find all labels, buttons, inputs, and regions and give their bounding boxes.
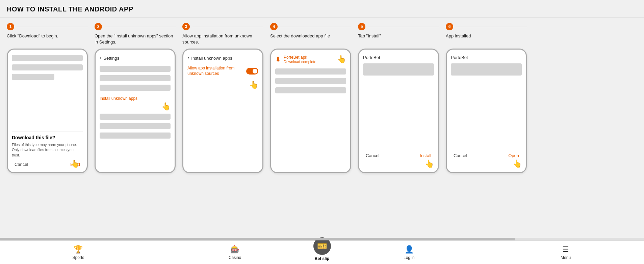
step-6-column: 6 App installed PorteBet Cancel Open 👆 [446, 23, 527, 173]
s4-bar2 [275, 78, 346, 84]
step-2-screen: ‹ Settings Install unknown apps 👆 [100, 55, 171, 168]
bar1 [12, 55, 83, 61]
step-2-phone: ‹ Settings Install unknown apps 👆 [95, 49, 176, 173]
page-header: HOW TO INSTALL THE ANDROID APP [0, 0, 644, 18]
casino-label: Casino [229, 255, 241, 260]
step-6-line [456, 27, 527, 27]
step-4-badge: 4 [270, 23, 278, 30]
step-6-screen: PorteBet Cancel Open 👆 [451, 55, 522, 168]
step-5-phone: PorteBet Cancel Install 👆 [358, 49, 439, 173]
page-title: HOW TO INSTALL THE ANDROID APP [7, 5, 637, 13]
step1-cancel-btn[interactable]: Cancel [15, 162, 28, 167]
scroll-thumb[interactable] [0, 238, 515, 240]
install-unknown-link[interactable]: Install unknown apps [100, 96, 171, 101]
casino-icon: 🎰 [230, 245, 239, 254]
dialog-title: Download this file? [12, 135, 83, 140]
apk-status: Download complete [284, 60, 316, 64]
step-1-badge: 1 [7, 23, 14, 30]
step5-tap-cursor: 👆 [425, 159, 434, 168]
step6-tap-cursor: 👆 [513, 159, 522, 168]
steps-container: 1 Click "Download" to begin. Download th… [7, 23, 637, 177]
download-notification: ⬇ PorteBet.apk Download complete 👆 [275, 55, 346, 64]
nav-item-casino[interactable]: 🎰 Casino [157, 245, 313, 260]
step-2-header: 2 [95, 23, 176, 30]
step-5-header: 5 [358, 23, 439, 30]
sports-label: Sports [73, 255, 84, 260]
step-5-screen: PorteBet Cancel Install 👆 [363, 55, 434, 168]
menu-icon: ☰ [562, 245, 569, 254]
nav-item-menu[interactable]: ☰ Menu [487, 245, 644, 260]
step3-tap-cursor: 👆 [249, 81, 258, 89]
step-4-header: 4 [270, 23, 351, 30]
step-1-column: 1 Click "Download" to begin. Download th… [7, 23, 88, 173]
step-3-badge: 3 [182, 23, 190, 30]
step-1-phone: Download this file? Files of this type m… [7, 49, 88, 173]
nav-item-sports[interactable]: 🏆 Sports [0, 245, 157, 260]
step5-app-name: PorteBet [363, 55, 434, 60]
main-content: 1 Click "Download" to begin. Download th… [0, 18, 644, 238]
step-4-description: Select the downloaded app file [270, 33, 351, 45]
step4-cursor-wrap: 👆 [337, 55, 346, 64]
toggle-label: Allow app installation from unknown sour… [187, 66, 235, 76]
step-4-line [280, 27, 351, 27]
menu-label: Menu [561, 255, 571, 260]
step-1-description: Click "Download" to begin. [7, 33, 88, 45]
s5-bar1 [363, 63, 434, 76]
step-3-phone: ‹ Install unknown apps Allow app install… [182, 49, 263, 173]
step4-tap-cursor: 👆 [337, 55, 346, 63]
step-5-description: Tap "Install" [358, 33, 439, 45]
step2-cursor-row: 👆 [100, 102, 171, 111]
step-2-badge: 2 [95, 23, 102, 30]
bar3 [12, 74, 54, 80]
nav-item-bet-slip[interactable]: 🎫 Bet slip [313, 244, 331, 261]
bet-slip-icon: 🎫 [317, 241, 327, 251]
step3-cursor-row: 👆 [187, 81, 258, 89]
step3-back-icon: ‹ [187, 55, 189, 61]
s4-bar3 [275, 87, 346, 93]
settings-header: ‹ Settings [100, 55, 171, 61]
step5-cancel-btn[interactable]: Cancel [366, 153, 379, 158]
step-6-badge: 6 [446, 23, 453, 30]
step-5-badge: 5 [358, 23, 365, 30]
bar2 [12, 64, 83, 70]
toggle-row: Allow app installation from unknown sour… [187, 66, 258, 76]
step-1-screen: Download this file? Files of this type m… [12, 55, 83, 168]
step1-tap-cursor: 👆 [70, 159, 79, 168]
login-icon: 👤 [405, 245, 414, 254]
step6-open-btn[interactable]: Open [508, 153, 519, 158]
toggle-switch[interactable] [246, 68, 258, 75]
s2-bar5 [100, 123, 171, 129]
step-6-description: App installed [446, 33, 527, 45]
step-4-column: 4 Select the downloaded app file ⬇ Porte… [270, 23, 351, 173]
nav-item-login[interactable]: 👤 Log in [331, 245, 488, 260]
apk-name: PorteBet.apk [284, 55, 316, 60]
step-2-line [105, 27, 176, 27]
step-3-column: 3 Allow app installation from unknown so… [182, 23, 263, 173]
step6-cancel-btn[interactable]: Cancel [454, 153, 467, 158]
s2-bar1 [100, 66, 171, 72]
step3-title: Install unknown apps [191, 56, 232, 61]
download-icon: ⬇ [275, 55, 281, 63]
step-1-line [17, 27, 88, 27]
step2-tap-cursor: 👆 [161, 102, 171, 111]
s6-bar1 [451, 63, 522, 76]
step5-dialog-buttons: Cancel Install [363, 153, 434, 158]
step-2-column: 2 Open the "Install unknown apps" sectio… [95, 23, 176, 173]
step-1-header: 1 [7, 23, 88, 30]
step-2-description: Open the "Install unknown apps" section … [95, 33, 176, 45]
step5-cursor-row: 👆 [363, 159, 434, 168]
download-info: PorteBet.apk Download complete [284, 55, 316, 64]
sports-icon: 🏆 [74, 245, 83, 254]
back-arrow-icon: ‹ [100, 55, 101, 61]
scroll-strip[interactable] [0, 238, 644, 240]
step5-install-btn[interactable]: Install [420, 153, 431, 158]
step3-header: ‹ Install unknown apps [187, 55, 258, 61]
step6-dialog-buttons: Cancel Open [451, 153, 522, 158]
step-3-header: 3 [182, 23, 263, 30]
step-3-description: Allow app installation from unknown sour… [182, 33, 263, 45]
s2-bar4 [100, 114, 171, 120]
bottom-nav: 🏆 Sports 🎰 Casino 🎫 Bet slip 👤 Log in ☰ … [0, 240, 644, 264]
s2-bar3 [100, 85, 171, 91]
step-6-header: 6 [446, 23, 527, 30]
step6-cursor-row: 👆 [451, 159, 522, 168]
